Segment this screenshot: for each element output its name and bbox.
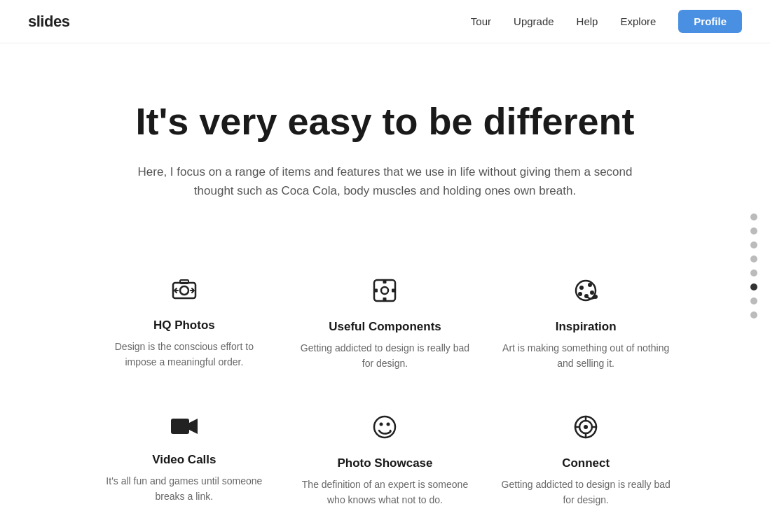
feature-photo-showcase: Photo Showcase The definition of an expe… bbox=[291, 407, 479, 514]
svg-rect-6 bbox=[383, 298, 387, 301]
nav-dot-8[interactable] bbox=[750, 312, 757, 318]
nav-help[interactable]: Help bbox=[577, 15, 598, 27]
feature-hq-photos: HQ Photos Design is the conscious effort… bbox=[91, 270, 278, 378]
nav-dot-7[interactable] bbox=[750, 298, 757, 304]
nav-explore[interactable]: Explore bbox=[620, 15, 656, 27]
svg-rect-7 bbox=[374, 289, 378, 293]
svg-point-22 bbox=[584, 425, 588, 429]
feature-video-calls-title: Video Calls bbox=[98, 453, 271, 467]
feature-video-calls-desc: It's all fun and games until someone bre… bbox=[98, 474, 271, 504]
feature-inspiration: Inspiration Art is making something out … bbox=[493, 270, 680, 378]
feature-photo-showcase-title: Photo Showcase bbox=[298, 456, 472, 470]
nav-links: Tour Upgrade Help Explore Profile bbox=[471, 10, 742, 33]
svg-rect-2 bbox=[180, 280, 188, 284]
svg-point-14 bbox=[578, 292, 582, 296]
nav-dot-4[interactable] bbox=[750, 255, 757, 262]
svg-point-15 bbox=[593, 295, 598, 299]
feature-photo-showcase-desc: The definition of an expert is someone w… bbox=[298, 477, 472, 507]
profile-button[interactable]: Profile bbox=[678, 10, 742, 33]
svg-point-4 bbox=[381, 287, 388, 294]
feature-useful-components: Useful Components Getting addicted to de… bbox=[291, 270, 479, 378]
svg-point-11 bbox=[588, 283, 592, 287]
hero-section: It's very easy to be different Here, I f… bbox=[0, 43, 770, 235]
svg-rect-16 bbox=[171, 419, 189, 434]
features-grid: HQ Photos Design is the conscious effort… bbox=[77, 270, 694, 514]
nav-dot-3[interactable] bbox=[750, 241, 757, 248]
nav-dot-2[interactable] bbox=[750, 227, 757, 234]
inspiration-icon bbox=[500, 277, 673, 310]
feature-hq-photos-title: HQ Photos bbox=[98, 318, 271, 332]
feature-inspiration-title: Inspiration bbox=[500, 320, 673, 334]
svg-rect-5 bbox=[383, 280, 387, 284]
feature-connect-desc: Getting addicted to design is really bad… bbox=[500, 477, 673, 507]
feature-video-calls: Video Calls It's all fun and games until… bbox=[91, 407, 278, 514]
feature-connect-title: Connect bbox=[500, 456, 673, 470]
navbar: slides Tour Upgrade Help Explore Profile bbox=[0, 0, 770, 43]
feature-connect: Connect Getting addicted to design is re… bbox=[493, 407, 680, 514]
svg-rect-8 bbox=[392, 289, 395, 293]
video-calls-icon bbox=[98, 414, 271, 443]
feature-hq-photos-desc: Design is the conscious effort to impose… bbox=[98, 340, 271, 370]
feature-useful-components-desc: Getting addicted to design is really bad… bbox=[298, 341, 472, 371]
logo: slides bbox=[28, 13, 69, 31]
nav-tour[interactable]: Tour bbox=[471, 15, 491, 27]
hq-photos-icon bbox=[98, 277, 271, 309]
useful-components-icon bbox=[298, 277, 472, 310]
photo-showcase-icon bbox=[298, 414, 472, 447]
nav-upgrade[interactable]: Upgrade bbox=[514, 15, 554, 27]
hero-title: It's very easy to be different bbox=[14, 99, 756, 143]
feature-inspiration-desc: Art is making something out of nothing a… bbox=[500, 341, 673, 371]
svg-point-12 bbox=[590, 290, 594, 295]
connect-icon bbox=[500, 414, 673, 447]
nav-dot-5[interactable] bbox=[750, 270, 757, 276]
svg-point-10 bbox=[579, 286, 584, 290]
feature-useful-components-title: Useful Components bbox=[298, 320, 472, 334]
nav-dot-1[interactable] bbox=[750, 214, 757, 220]
nav-dot-6[interactable] bbox=[750, 284, 757, 290]
svg-point-19 bbox=[387, 422, 390, 426]
hero-description: Here, I focus on a range of items and fe… bbox=[133, 162, 638, 200]
svg-point-18 bbox=[380, 422, 383, 426]
svg-point-1 bbox=[180, 286, 188, 295]
side-navigation-dots bbox=[750, 214, 757, 318]
